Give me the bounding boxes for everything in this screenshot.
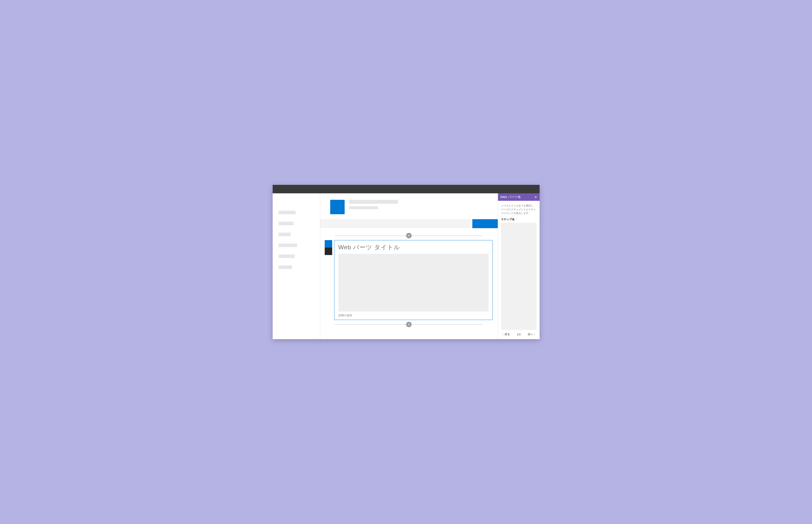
page-header (320, 200, 498, 219)
nav-item-placeholder[interactable] (278, 222, 293, 225)
add-section-top[interactable]: + (335, 233, 483, 239)
canvas-area: + Web パーツ タイトル 説明の追加 + (320, 228, 498, 333)
chevron-left-icon: 〈 (501, 332, 504, 336)
property-pane: Web パーツ名 ✕ ソースとフィルターを選択し、ページにドキュメントとリストコ… (498, 193, 540, 339)
webpart-toolbar (325, 240, 332, 255)
app-body: + Web パーツ タイトル 説明の追加 + (273, 193, 540, 339)
site-logo (330, 200, 345, 214)
left-nav (273, 193, 320, 339)
step-label: ステップ名 (498, 217, 540, 223)
webpart-tool-edit[interactable] (325, 248, 332, 255)
command-bar (320, 219, 498, 228)
property-pane-nav: 〈 戻る 1/3 次へ 〉 (498, 330, 540, 339)
page-title-placeholder (349, 200, 398, 204)
nav-item-placeholder[interactable] (278, 265, 292, 269)
app-window: + Web パーツ タイトル 説明の追加 + (273, 185, 540, 339)
plus-icon: + (406, 233, 412, 239)
step-content-placeholder (501, 223, 537, 330)
chevron-right-icon: 〉 (534, 332, 537, 336)
nav-item-placeholder[interactable] (278, 233, 291, 236)
next-button[interactable]: 次へ 〉 (528, 332, 537, 336)
page-canvas: + Web パーツ タイトル 説明の追加 + (320, 193, 498, 339)
add-section-bottom[interactable]: + (335, 322, 483, 327)
webpart-tool-move[interactable] (325, 240, 332, 248)
nav-item-placeholder[interactable] (278, 255, 294, 258)
property-pane-title: Web パーツ名 (500, 195, 535, 199)
nav-item-placeholder[interactable] (278, 211, 296, 214)
webpart-content-placeholder[interactable] (338, 254, 489, 312)
window-titlebar (273, 185, 540, 193)
back-label: 戻る (505, 332, 510, 336)
page-header-text (349, 200, 398, 209)
plus-icon: + (406, 322, 412, 327)
nav-item-placeholder[interactable] (278, 244, 297, 247)
property-pane-header: Web パーツ名 ✕ (498, 193, 540, 201)
next-label: 次へ (528, 332, 533, 336)
page-subtitle-placeholder (349, 206, 378, 209)
close-icon[interactable]: ✕ (535, 196, 537, 199)
back-button[interactable]: 〈 戻る (501, 332, 510, 336)
webpart-title[interactable]: Web パーツ タイトル (338, 243, 489, 251)
webpart-caption[interactable]: 説明の追加 (338, 313, 489, 317)
page-indicator: 1/3 (517, 333, 521, 336)
primary-action-button[interactable] (472, 219, 498, 228)
property-pane-description: ソースとフィルターを選択し、ページにドキュメントとリストコンテンツを表示します。 (498, 201, 540, 217)
webpart-row: Web パーツ タイトル 説明の追加 (320, 239, 498, 322)
webpart-selected[interactable]: Web パーツ タイトル 説明の追加 (334, 240, 493, 320)
